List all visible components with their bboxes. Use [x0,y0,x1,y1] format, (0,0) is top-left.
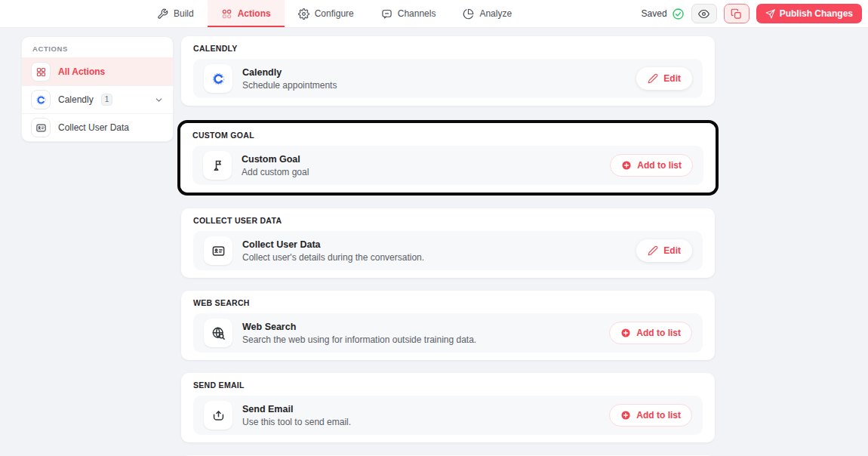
sidebar-item-all-actions[interactable]: All Actions [22,57,173,85]
id-card-icon [35,122,47,134]
sidebar-item-calendly[interactable]: Calendly 1 [22,85,173,113]
main-nav: Build Actions Configure Channels Analyze [143,0,525,27]
sidebar-item-label: Calendly [58,94,94,105]
top-bar: Build Actions Configure Channels Analyze… [0,0,868,28]
action-button-label: Edit [663,73,681,84]
action-section-collect-user-data: COLLECT USER DATA Collect User Data Coll… [181,208,715,278]
sidebar-item-icon-box [31,90,51,109]
section-heading: CUSTOM GOAL [192,131,703,140]
actions-icon [221,8,232,20]
actions-sidebar: ACTIONS All Actions Calendly 1 Coll [21,36,174,142]
nav-tab-build[interactable]: Build [143,0,208,27]
nav-tab-label: Build [174,8,194,19]
nav-tab-configure[interactable]: Configure [285,0,368,27]
header-controls: Saved Publish Changes [642,0,868,27]
action-button[interactable]: Edit [636,67,692,90]
nav-tab-label: Analyze [479,8,512,19]
inbox-send-icon [211,408,226,423]
section-heading: WEB SEARCH [193,298,703,307]
publish-changes-button[interactable]: Publish Changes [756,4,862,23]
save-status: Saved [642,8,685,20]
id-card-icon [211,244,226,258]
action-section-send-email: SEND EMAIL Send Email Use this tool to s… [181,373,715,442]
action-title: Send Email [242,404,351,414]
action-section-calendly: CALENDLY Calendly Schedule appointments … [181,36,715,106]
action-description: Schedule appointments [242,80,337,91]
action-icon-box [204,236,232,265]
action-card: CUSTOM GOAL Custom Goal Add custom goal … [180,123,716,193]
action-row: Custom Goal Add custom goal Add to list [192,146,703,185]
action-texts: Web Search Search the web using for info… [242,322,476,345]
pencil-icon [648,245,658,256]
action-texts: Calendly Schedule appointments [242,67,337,91]
plus-circle-icon [621,160,632,171]
action-button-label: Add to list [636,410,681,421]
page-content: ACTIONS All Actions Calendly 1 Coll [0,28,868,456]
action-button[interactable]: Add to list [609,404,692,427]
action-icon-box [204,401,232,430]
action-card: COLLECT USER DATA Collect User Data Coll… [181,208,715,278]
gear-icon [298,8,309,20]
action-description: Add custom goal [242,167,309,177]
action-texts: Send Email Use this tool to send email. [242,404,351,427]
nav-tab-channels[interactable]: Channels [368,0,450,27]
action-icon-box [204,64,232,93]
copy-icon [731,8,742,20]
sidebar-item-collect-user-data[interactable]: Collect User Data [22,113,173,141]
copy-button[interactable] [724,4,749,23]
chat-bubble-icon [381,8,392,20]
action-row: Send Email Use this tool to send email. … [193,396,703,435]
saved-label: Saved [642,8,667,19]
calendly-icon [35,94,47,106]
action-button[interactable]: Add to list [610,154,693,177]
grid-icon [35,66,47,78]
action-description: Use this tool to send email. [242,417,351,427]
plus-circle-icon [620,410,631,421]
action-description: Search the web using for information out… [242,334,476,345]
action-icon-box [203,151,232,180]
action-icon-box [204,319,232,347]
actions-list: CALENDLY Calendly Schedule appointments … [181,36,715,456]
action-button-label: Add to list [636,328,681,338]
nav-tab-analyze[interactable]: Analyze [449,0,525,27]
check-circle-icon [672,8,685,20]
section-heading: COLLECT USER DATA [193,216,703,225]
action-title: Collect User Data [242,239,424,250]
wrench-icon [157,8,168,20]
sidebar-item-icon-box [31,62,51,82]
preview-button[interactable] [691,4,717,23]
nav-tab-label: Actions [238,8,271,19]
nav-tab-label: Configure [315,8,354,19]
action-description: Collect user's details during the conver… [242,252,424,263]
sidebar-item-label: All Actions [58,66,105,77]
action-button-label: Edit [663,245,681,256]
action-title: Calendly [242,67,337,78]
eye-icon [698,8,709,20]
action-title: Web Search [242,322,476,332]
sidebar-item-icon-box [31,118,51,137]
action-title: Custom Goal [242,154,309,165]
count-badge: 1 [101,94,113,106]
action-button-label: Add to list [637,160,682,171]
nav-tab-actions[interactable]: Actions [208,0,285,27]
nav-tab-label: Channels [398,8,436,19]
section-heading: CALENDLY [193,44,703,53]
action-button[interactable]: Add to list [609,322,692,344]
pencil-icon [648,73,658,84]
action-row: Web Search Search the web using for info… [193,313,703,353]
calendly-icon [211,72,226,86]
chevron-down-icon[interactable] [154,95,164,105]
plus-circle-icon [620,328,631,338]
action-row: Collect User Data Collect user's details… [193,231,703,270]
action-texts: Collect User Data Collect user's details… [242,239,424,263]
publish-changes-label: Publish Changes [780,8,853,19]
action-section-custom-goal: CUSTOM GOAL Custom Goal Add custom goal … [177,120,719,196]
section-heading: SEND EMAIL [193,381,703,390]
globe-search-icon [211,326,226,340]
pie-chart-icon [463,8,474,20]
action-card: CALENDLY Calendly Schedule appointments … [181,36,715,106]
send-icon [765,9,775,19]
action-button[interactable]: Edit [636,239,692,262]
action-card: SEND EMAIL Send Email Use this tool to s… [181,373,715,442]
action-card: WEB SEARCH Web Search Search the web usi… [181,291,715,360]
